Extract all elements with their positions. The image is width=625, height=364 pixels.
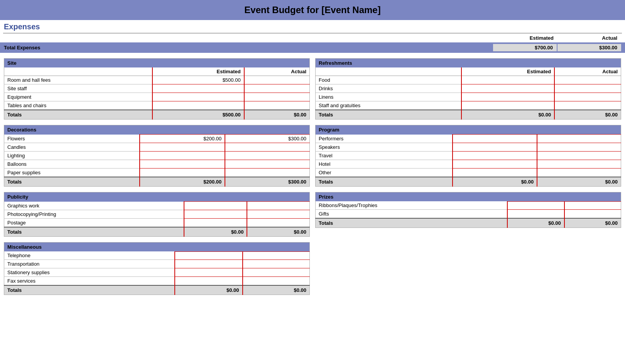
refreshments-row-0: Food [316,76,621,84]
program-item-4-actual[interactable] [537,168,621,177]
miscellaneous-header: Miscellaneous [4,242,310,251]
decorations-row-0: Flowers $200.00 $300.00 [4,135,310,143]
prizes-totals-row: Totals $0.00 $0.00 [316,218,621,228]
decorations-table: Decorations Flowers $200.00 $300.00 Cand… [4,125,310,187]
program-header: Program [316,125,621,135]
program-item-0-estimated[interactable] [453,135,537,143]
publicity-item-0-estimated[interactable] [184,202,247,210]
total-expenses-label: Total Expenses [4,45,493,51]
refreshments-item-3-estimated[interactable] [461,101,554,110]
refreshments-item-0-actual[interactable] [554,76,621,84]
prizes-item-1-actual[interactable] [564,210,621,219]
refreshments-item-0-estimated[interactable] [461,76,554,84]
refreshments-item-0-label: Food [316,76,461,84]
program-item-3-label: Hotel [316,160,453,168]
prizes-item-0-label: Ribbons/Plaques/Trophies [316,201,507,210]
program-row-0: Performers [316,135,621,143]
decorations-item-0-estimated[interactable]: $200.00 [140,135,225,143]
program-item-3-estimated[interactable] [453,160,537,168]
misc-item-2-actual[interactable] [243,268,310,277]
program-item-0-actual[interactable] [537,135,621,143]
refreshments-col-actual: Actual [554,67,621,76]
decorations-item-2-estimated[interactable] [140,152,225,160]
decorations-item-3-label: Balloons [4,160,140,169]
site-item-1-actual[interactable] [244,84,310,93]
site-item-3-label: Tables and chairs [4,101,152,110]
program-header-row: Program [316,125,621,135]
site-col-label [4,67,152,76]
misc-item-0-actual[interactable] [243,251,310,260]
decorations-item-3-estimated[interactable] [140,160,225,169]
misc-item-0-estimated[interactable] [175,251,243,260]
publicity-item-2-actual[interactable] [247,218,309,227]
decorations-totals-row: Totals $200.00 $300.00 [4,177,310,187]
prizes-item-1-estimated[interactable] [507,210,564,219]
site-item-0-actual[interactable] [244,76,310,84]
publicity-item-2-label: Postage [4,218,184,227]
misc-row-2: Stationery supplies [4,268,310,277]
publicity-item-1-estimated[interactable] [184,210,247,218]
misc-item-1-actual[interactable] [243,260,310,268]
publicity-item-1-actual[interactable] [247,210,309,218]
site-item-3-actual[interactable] [244,101,310,110]
publicity-totals-estimated: $0.00 [184,227,247,237]
site-item-3-estimated[interactable] [152,101,244,110]
prizes-item-0-actual[interactable] [564,201,621,210]
prizes-item-0-estimated[interactable] [507,201,564,210]
misc-row-3: Fax services [4,277,310,286]
refreshments-item-3-label: Staff and gratuities [316,101,461,110]
misc-item-3-label: Fax services [4,277,175,286]
program-table: Program Performers Speakers Travel [315,125,621,187]
refreshments-item-2-estimated[interactable] [461,93,554,101]
publicity-header-row: Publicity [4,192,310,202]
decorations-item-1-actual[interactable] [225,143,309,152]
program-item-2-actual[interactable] [537,151,621,160]
decorations-item-2-actual[interactable] [225,152,309,160]
site-item-1-estimated[interactable] [152,84,244,93]
site-table: Site Estimated Actual Room and hall fees… [4,58,310,120]
decorations-totals-estimated: $200.00 [140,177,225,187]
refreshments-totals-estimated: $0.00 [461,110,554,120]
misc-item-3-estimated[interactable] [175,277,243,286]
expenses-header: Expenses [0,20,625,33]
decorations-item-0-label: Flowers [4,135,140,143]
site-totals-label: Totals [4,110,152,120]
site-item-0-estimated[interactable]: $500.00 [152,76,244,84]
misc-item-3-actual[interactable] [243,277,310,286]
refreshments-col-header-row: Estimated Actual [316,67,621,76]
program-item-3-actual[interactable] [537,160,621,168]
refreshments-item-2-actual[interactable] [554,93,621,101]
decorations-item-1-estimated[interactable] [140,143,225,152]
publicity-totals-row: Totals $0.00 $0.00 [4,227,310,237]
site-totals-actual: $0.00 [244,110,310,120]
program-item-4-estimated[interactable] [453,168,537,177]
program-item-1-estimated[interactable] [453,143,537,151]
misc-row-0: Telephone [4,251,310,260]
site-row-1: Site staff [4,84,310,93]
site-item-2-actual[interactable] [244,93,310,101]
refreshments-item-1-label: Drinks [316,84,461,93]
page: Event Budget for [Event Name] Expenses E… [0,0,625,364]
site-item-2-estimated[interactable] [152,93,244,101]
program-item-2-estimated[interactable] [453,151,537,160]
decorations-item-0-actual[interactable]: $300.00 [225,135,309,143]
program-row-3: Hotel [316,160,621,168]
decorations-item-3-actual[interactable] [225,160,309,169]
program-totals-row: Totals $0.00 $0.00 [316,177,621,187]
refreshments-item-1-actual[interactable] [554,84,621,93]
decorations-item-2-label: Lighting [4,152,140,160]
prizes-header: Prizes [316,192,621,201]
program-item-1-actual[interactable] [537,143,621,151]
publicity-item-2-estimated[interactable] [184,218,247,227]
decorations-item-4-actual[interactable] [225,169,309,177]
refreshments-item-3-actual[interactable] [554,101,621,110]
refreshments-item-1-estimated[interactable] [461,84,554,93]
site-item-2-label: Equipment [4,93,152,101]
publicity-item-0-actual[interactable] [247,202,309,210]
misc-item-2-estimated[interactable] [175,268,243,277]
total-expenses-actual: $300.00 [557,44,621,51]
program-item-1-label: Speakers [316,143,453,151]
decorations-item-4-estimated[interactable] [140,169,225,177]
publicity-item-0-label: Graphics work [4,202,184,210]
misc-item-1-estimated[interactable] [175,260,243,268]
